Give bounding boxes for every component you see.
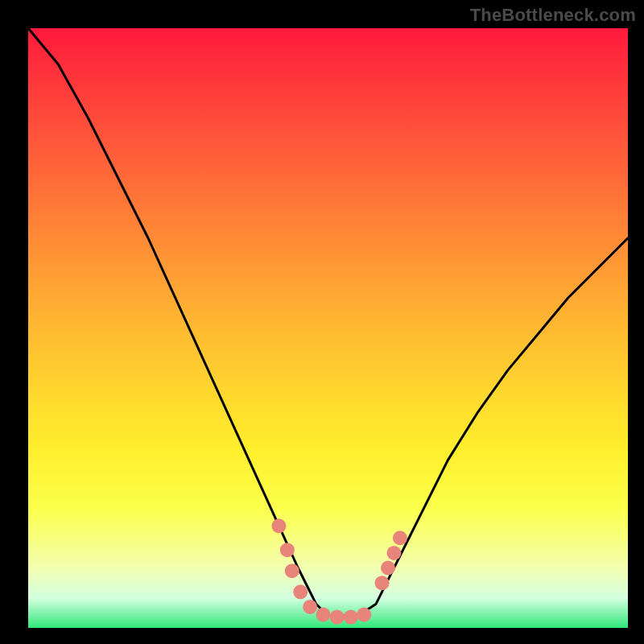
chart-svg [28, 28, 628, 628]
curve-path [28, 28, 628, 616]
marker-dot [344, 610, 358, 625]
marker-dot [303, 600, 317, 614]
marker-dot [285, 564, 299, 578]
marker-dot [330, 610, 345, 625]
marker-dot [375, 576, 390, 590]
marker-dot [316, 608, 331, 622]
chart-frame: TheBottleneck.com [0, 0, 644, 644]
marker-dot [280, 543, 295, 557]
marker-dot [381, 561, 395, 576]
marker-dot [393, 530, 407, 545]
marker-dot [293, 584, 308, 599]
watermark-text: TheBottleneck.com [470, 5, 636, 26]
marker-dot [357, 608, 371, 622]
plot-area [28, 28, 628, 628]
curve-line [28, 28, 628, 616]
marker-dot [271, 518, 286, 533]
marker-dot [386, 546, 401, 560]
curve-markers [271, 518, 407, 624]
